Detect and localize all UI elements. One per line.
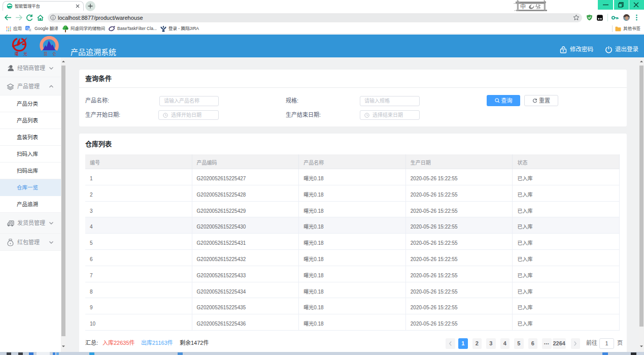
svg-text:曙 光: 曙 光 [15, 51, 29, 56]
svg-text:G: G [26, 26, 29, 30]
svg-text:昆 仑: 昆 仑 [44, 51, 58, 56]
svg-text:中: 中 [520, 2, 526, 10]
